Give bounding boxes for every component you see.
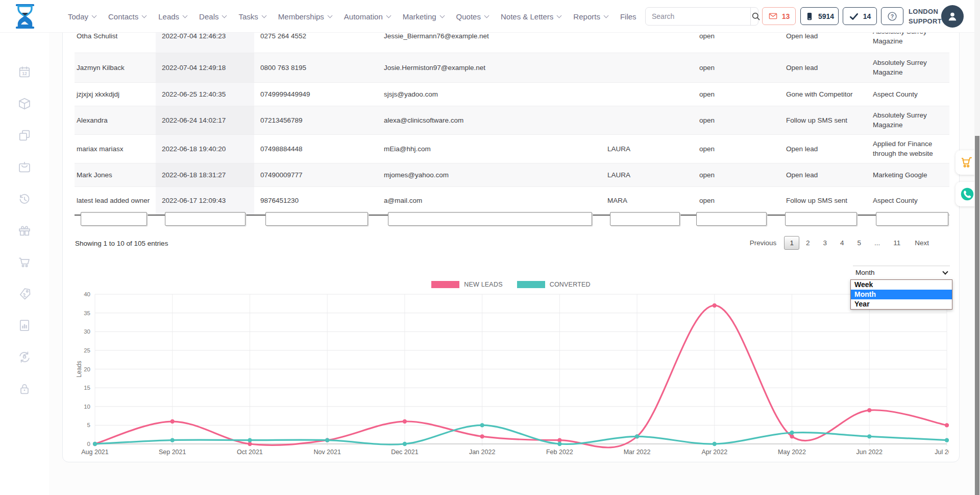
x-tick-label: Feb 2022 [546, 449, 573, 456]
period-option-month[interactable]: Month [851, 290, 952, 299]
nav-item-memberships[interactable]: Memberships [278, 12, 332, 21]
pagination-page-3[interactable]: 3 [816, 236, 834, 250]
y-tick-label: 0 [87, 441, 90, 447]
nav-item-automation[interactable]: Automation [344, 12, 390, 21]
filter-input-source[interactable] [876, 212, 948, 226]
pagination-page-1[interactable]: 1 [784, 236, 799, 250]
search-input[interactable] [646, 8, 750, 25]
search-group [645, 7, 758, 26]
cell-phone: 9876451230 [254, 186, 378, 215]
legend-item-converted[interactable]: CONVERTED [517, 281, 591, 288]
check-count: 14 [863, 12, 871, 20]
chart-legend: NEW LEADSCONVERTED [63, 281, 959, 288]
sidebar-item-price-tag[interactable] [17, 287, 32, 301]
account-sync-icon [17, 350, 32, 364]
sidebar-item-history[interactable] [17, 192, 32, 206]
shopping-cart-icon [961, 156, 974, 169]
help-button[interactable]: ? [881, 7, 903, 25]
cell-status: open [693, 53, 780, 82]
table-row[interactable]: mariax mariasx2022-06-18 19:40:200749888… [75, 134, 949, 163]
filter-input-phone[interactable] [265, 212, 368, 226]
report-icon [17, 318, 32, 333]
nav-item-tasks[interactable]: Tasks [238, 12, 265, 21]
filter-input-email[interactable] [388, 212, 592, 226]
table-row[interactable]: jzjxjxj xkxkdjdj2022-06-25 12:40:3507499… [75, 82, 949, 106]
mail-badge[interactable]: 13 [762, 7, 796, 25]
period-option-week[interactable]: Week [851, 280, 952, 290]
sidebar-item-appointment[interactable] [17, 160, 32, 174]
phone-badge[interactable]: 5914 [800, 7, 839, 25]
nav-item-label: Memberships [278, 12, 324, 21]
cell-name: Jazmyn Kilback [75, 53, 156, 82]
nav-item-marketing[interactable]: Marketing [403, 12, 444, 21]
x-tick-label: Dec 2021 [391, 449, 419, 456]
pagination-next[interactable]: Next [907, 236, 937, 250]
filter-input-created[interactable] [165, 212, 246, 226]
sidebar-item-lock[interactable] [17, 382, 32, 396]
pagination-previous[interactable]: Previous [742, 236, 785, 250]
cell-created: 2022-06-18 18:31:27 [156, 163, 254, 186]
cell-source: Absolutely Surrey Magazine [867, 106, 949, 134]
nav-item-today[interactable]: Today [68, 12, 96, 21]
table-row[interactable]: Mark Jones2022-06-18 18:31:2707490009777… [75, 163, 949, 186]
data-point-converted [325, 438, 329, 442]
chevron-down-icon [222, 13, 227, 18]
cell-owner [601, 106, 693, 134]
search-button[interactable] [750, 8, 761, 25]
cell-stage: Follow up SMS sent [780, 186, 867, 215]
cell-email: mjomes@yahoo.com [378, 163, 601, 186]
nav-item-reports[interactable]: Reports [573, 12, 608, 21]
period-select[interactable]: Month [853, 266, 950, 279]
sidebar-item-cart[interactable] [17, 255, 32, 269]
cell-phone: 07213456789 [254, 106, 378, 134]
data-point-converted [480, 423, 484, 427]
cell-name: mariax mariasx [75, 134, 156, 163]
nav-item-deals[interactable]: Deals [199, 12, 226, 21]
cell-name: Mark Jones [75, 163, 156, 186]
app-logo[interactable] [14, 4, 36, 29]
pagination-page-11[interactable]: 11 [887, 236, 907, 250]
pagination-page-5[interactable]: 5 [850, 236, 868, 250]
chevron-down-icon [142, 13, 147, 18]
cell-source: Aspect County [867, 82, 949, 106]
filter-input-status[interactable] [696, 212, 767, 226]
series-line-new-leads [95, 305, 947, 447]
data-point-new-leads [945, 423, 949, 427]
tasks-badge[interactable]: 14 [843, 7, 877, 25]
legend-item-new-leads[interactable]: NEW LEADS [431, 281, 502, 288]
sidebar-item-calendar[interactable]: 12 [17, 65, 32, 79]
leads-panel: Otha Schulist2022-07-04 12:46:230275 264… [62, 15, 960, 462]
nav-item-label: Deals [199, 12, 218, 21]
y-tick-label: 25 [84, 347, 90, 353]
period-option-year[interactable]: Year [851, 299, 952, 309]
nav-item-contacts[interactable]: Contacts [108, 12, 146, 21]
page-scrollbar[interactable] [974, 0, 980, 495]
scrollbar-thumb[interactable] [975, 136, 979, 495]
cell-stage: Gone with Competitor [780, 82, 867, 106]
nav-item-files[interactable]: Files [620, 12, 636, 21]
svg-text:12: 12 [22, 71, 27, 76]
filter-input-stage[interactable] [785, 212, 857, 226]
pagination-page-2[interactable]: 2 [799, 236, 817, 250]
table-row[interactable]: latest lead added owner2022-06-17 12:09:… [75, 186, 949, 215]
filter-input-owner[interactable] [610, 212, 680, 226]
sidebar-item-account-sync[interactable] [17, 350, 32, 364]
cart-icon [17, 255, 32, 269]
nav-item-notes-letters[interactable]: Notes & Letters [501, 12, 561, 21]
table-row[interactable]: Jazmyn Kilback2022-07-04 12:49:180800 76… [75, 53, 949, 82]
filter-input-name[interactable] [81, 212, 147, 226]
pagination-page-4[interactable]: 4 [834, 236, 851, 250]
user-avatar[interactable] [941, 5, 964, 28]
cell-email: Josie.Hermiston97@example.net [378, 53, 601, 82]
nav-item-leads[interactable]: Leads [158, 12, 187, 21]
table-row[interactable]: Alexandra2022-06-24 14:02:1707213456789a… [75, 106, 949, 134]
data-point-converted [790, 431, 794, 435]
sidebar-item-copy[interactable] [17, 128, 32, 143]
sidebar-item-package[interactable] [17, 97, 32, 111]
leads-chart-box: 0510152025303540Aug 2021Sep 2021Oct 2021… [75, 292, 949, 460]
nav-item-quotes[interactable]: Quotes [456, 12, 488, 21]
sidebar-item-gift[interactable] [17, 223, 32, 238]
leads-chart[interactable]: 0510152025303540Aug 2021Sep 2021Oct 2021… [75, 292, 949, 460]
sidebar-item-report[interactable] [17, 318, 32, 333]
mail-count: 13 [782, 12, 790, 20]
